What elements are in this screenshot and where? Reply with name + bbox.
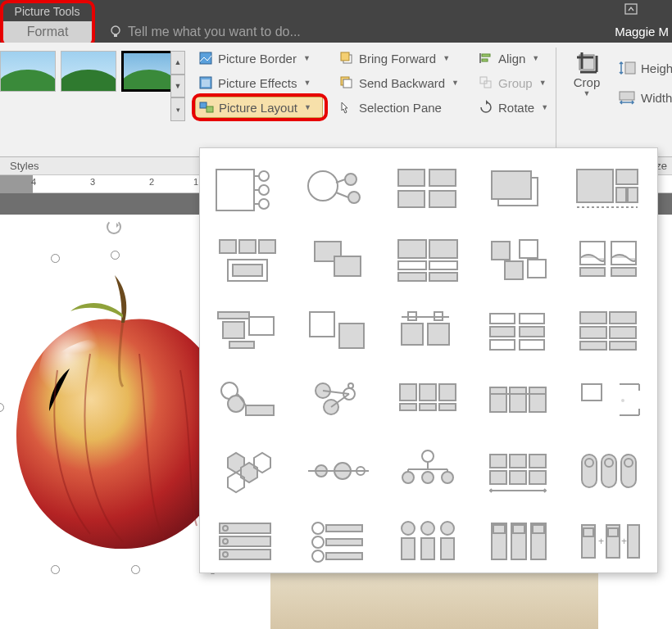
- gallery-row-down-icon[interactable]: ▼: [170, 75, 185, 98]
- svg-rect-41: [616, 188, 626, 202]
- crop-icon: [574, 49, 600, 75]
- picture-layout-menu[interactable]: Picture Layout ▼: [195, 97, 323, 118]
- layout-option[interactable]: [295, 156, 382, 224]
- svg-rect-71: [402, 324, 423, 345]
- svg-rect-130: [510, 471, 526, 484]
- svg-rect-83: [610, 312, 636, 324]
- svg-rect-34: [429, 170, 456, 186]
- svg-rect-5: [202, 79, 210, 87]
- svg-rect-21: [216, 170, 254, 210]
- svg-rect-40: [616, 170, 638, 184]
- ribbon-separator: [556, 48, 556, 152]
- ribbon-display-options-icon[interactable]: [624, 3, 638, 15]
- selection-handle[interactable]: [51, 565, 60, 574]
- bring-forward-label: Bring Forward: [359, 52, 436, 66]
- layout-option[interactable]: [385, 227, 472, 294]
- layout-option[interactable]: [295, 297, 382, 364]
- crop-label: Crop: [562, 75, 611, 89]
- rotate-label: Rotate: [498, 101, 534, 115]
- gallery-spinner[interactable]: ▲ ▼ ▾: [170, 51, 185, 121]
- svg-rect-103: [439, 404, 456, 410]
- svg-rect-60: [528, 260, 546, 278]
- ribbon-format: ▲ ▼ ▾ Picture Border ▼ Picture Effects ▼…: [0, 43, 672, 157]
- layout-option[interactable]: [295, 227, 382, 294]
- svg-rect-155: [441, 538, 454, 559]
- layout-option[interactable]: [475, 509, 562, 576]
- rotate-handle-icon[interactable]: [107, 219, 121, 234]
- send-backward-icon: [339, 75, 354, 90]
- layout-option[interactable]: [565, 297, 652, 364]
- layout-option[interactable]: [475, 438, 562, 505]
- ruler-mark: 2: [149, 177, 154, 187]
- dropdown-caret-icon: ▼: [539, 79, 547, 87]
- picture-style-option[interactable]: [0, 51, 56, 92]
- width-field[interactable]: Width: [618, 87, 672, 108]
- layout-option[interactable]: [205, 297, 292, 364]
- selection-handle[interactable]: [51, 254, 60, 263]
- layout-option[interactable]: [475, 297, 562, 364]
- svg-line-32: [336, 192, 348, 197]
- layout-option[interactable]: [205, 438, 292, 505]
- picture-effects-menu[interactable]: Picture Effects ▼: [195, 72, 314, 93]
- tell-me-search[interactable]: Tell me what you want to do...: [128, 25, 301, 39]
- picture-layout-gallery[interactable]: ++: [199, 147, 658, 573]
- svg-marker-113: [228, 473, 244, 492]
- svg-rect-106: [529, 387, 546, 412]
- picture-border-label: Picture Border: [218, 52, 297, 66]
- layout-option[interactable]: [205, 156, 292, 224]
- svg-rect-66: [223, 322, 244, 338]
- selection-pane-button[interactable]: Selection Pane: [336, 97, 445, 118]
- align-menu[interactable]: Align ▼: [475, 48, 543, 69]
- send-backward-menu[interactable]: Send Backward ▼: [336, 72, 462, 93]
- height-field[interactable]: Heigh: [618, 57, 672, 79]
- layout-option[interactable]: [475, 368, 562, 435]
- layout-option[interactable]: [205, 227, 292, 294]
- svg-rect-33: [398, 170, 425, 186]
- group-label: Group: [498, 76, 533, 90]
- svg-point-123: [442, 472, 453, 483]
- picture-border-menu[interactable]: Picture Border ▼: [195, 48, 314, 69]
- dropdown-caret-icon: ▼: [303, 79, 311, 87]
- bring-forward-menu[interactable]: Bring Forward ▼: [336, 48, 453, 69]
- svg-point-151: [421, 522, 434, 535]
- picture-style-option[interactable]: [61, 51, 116, 92]
- layout-option[interactable]: [385, 297, 472, 364]
- layout-option[interactable]: [205, 509, 292, 576]
- picture-styles-gallery[interactable]: [0, 51, 184, 124]
- layout-option[interactable]: [565, 438, 652, 505]
- rotate-menu[interactable]: Rotate ▼: [475, 97, 552, 118]
- ruler-mark: 4: [31, 177, 36, 187]
- svg-rect-87: [610, 342, 636, 350]
- layout-option[interactable]: [385, 509, 472, 576]
- layout-option[interactable]: [385, 368, 472, 435]
- layout-option[interactable]: [475, 156, 562, 224]
- svg-rect-42: [628, 188, 638, 202]
- svg-point-30: [348, 192, 360, 203]
- layout-option[interactable]: ++: [565, 509, 652, 576]
- crop-button[interactable]: Crop ▼: [562, 48, 611, 118]
- selection-handle[interactable]: [111, 251, 120, 260]
- layout-option[interactable]: [565, 227, 652, 294]
- bring-forward-icon: [339, 51, 354, 66]
- inserted-picture-secondary[interactable]: [270, 567, 598, 629]
- svg-rect-1: [114, 34, 117, 37]
- tab-format[interactable]: Format: [2, 21, 93, 43]
- picture-style-option[interactable]: [121, 51, 177, 92]
- layout-option[interactable]: [205, 368, 292, 435]
- svg-point-148: [312, 550, 324, 562]
- layout-option[interactable]: [385, 156, 472, 224]
- layout-option[interactable]: [295, 509, 382, 576]
- layout-option[interactable]: [385, 438, 472, 505]
- account-name[interactable]: Maggie M: [615, 25, 669, 38]
- gallery-row-up-icon[interactable]: ▲: [170, 51, 185, 75]
- layout-option[interactable]: [475, 227, 562, 294]
- selection-handle[interactable]: [131, 565, 140, 574]
- layout-option[interactable]: [565, 156, 652, 224]
- layout-option[interactable]: [295, 438, 382, 505]
- svg-rect-52: [429, 240, 457, 258]
- layout-option[interactable]: [565, 368, 652, 435]
- gallery-more-icon[interactable]: ▾: [170, 97, 185, 121]
- group-menu: Group ▼: [475, 72, 550, 93]
- svg-point-97: [348, 383, 353, 388]
- layout-option[interactable]: [295, 368, 382, 435]
